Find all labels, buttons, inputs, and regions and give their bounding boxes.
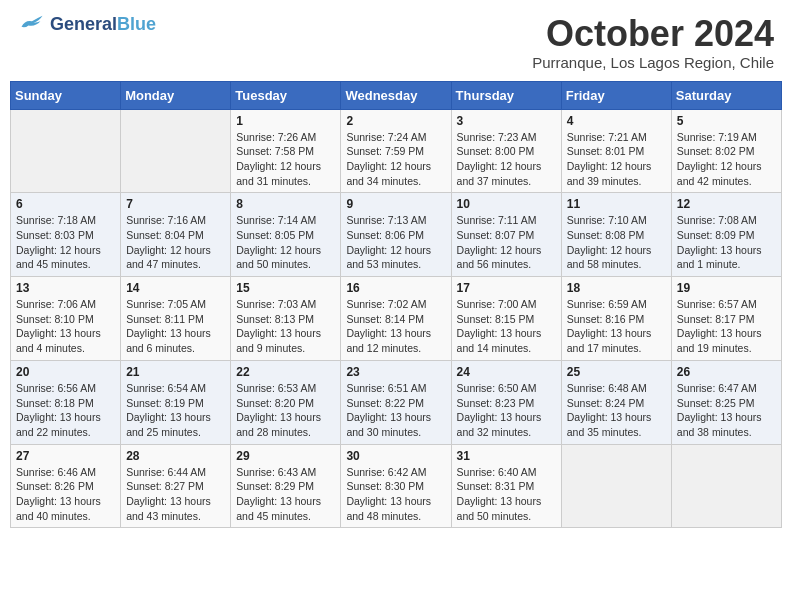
weekday-thursday: Thursday — [451, 81, 561, 109]
day-detail: Sunrise: 6:59 AMSunset: 8:16 PMDaylight:… — [567, 297, 666, 356]
title-area: October 2024 Purranque, Los Lagos Region… — [532, 14, 774, 71]
day-number: 2 — [346, 114, 445, 128]
day-detail: Sunrise: 7:05 AMSunset: 8:11 PMDaylight:… — [126, 297, 225, 356]
day-detail: Sunrise: 7:24 AMSunset: 7:59 PMDaylight:… — [346, 130, 445, 189]
calendar-cell: 31Sunrise: 6:40 AMSunset: 8:31 PMDayligh… — [451, 444, 561, 528]
weekday-monday: Monday — [121, 81, 231, 109]
day-detail: Sunrise: 6:57 AMSunset: 8:17 PMDaylight:… — [677, 297, 776, 356]
calendar-table: SundayMondayTuesdayWednesdayThursdayFrid… — [10, 81, 782, 529]
day-detail: Sunrise: 7:19 AMSunset: 8:02 PMDaylight:… — [677, 130, 776, 189]
day-detail: Sunrise: 7:10 AMSunset: 8:08 PMDaylight:… — [567, 213, 666, 272]
day-detail: Sunrise: 6:56 AMSunset: 8:18 PMDaylight:… — [16, 381, 115, 440]
day-number: 1 — [236, 114, 335, 128]
calendar-cell: 15Sunrise: 7:03 AMSunset: 8:13 PMDayligh… — [231, 277, 341, 361]
calendar-week-4: 20Sunrise: 6:56 AMSunset: 8:18 PMDayligh… — [11, 360, 782, 444]
day-number: 23 — [346, 365, 445, 379]
calendar-week-1: 1Sunrise: 7:26 AMSunset: 7:58 PMDaylight… — [11, 109, 782, 193]
day-detail: Sunrise: 7:26 AMSunset: 7:58 PMDaylight:… — [236, 130, 335, 189]
weekday-saturday: Saturday — [671, 81, 781, 109]
day-number: 26 — [677, 365, 776, 379]
day-detail: Sunrise: 6:44 AMSunset: 8:27 PMDaylight:… — [126, 465, 225, 524]
day-detail: Sunrise: 7:03 AMSunset: 8:13 PMDaylight:… — [236, 297, 335, 356]
calendar-cell: 25Sunrise: 6:48 AMSunset: 8:24 PMDayligh… — [561, 360, 671, 444]
day-detail: Sunrise: 6:48 AMSunset: 8:24 PMDaylight:… — [567, 381, 666, 440]
day-detail: Sunrise: 6:47 AMSunset: 8:25 PMDaylight:… — [677, 381, 776, 440]
calendar-cell: 22Sunrise: 6:53 AMSunset: 8:20 PMDayligh… — [231, 360, 341, 444]
weekday-wednesday: Wednesday — [341, 81, 451, 109]
day-number: 24 — [457, 365, 556, 379]
calendar-cell: 5Sunrise: 7:19 AMSunset: 8:02 PMDaylight… — [671, 109, 781, 193]
weekday-tuesday: Tuesday — [231, 81, 341, 109]
calendar-cell — [671, 444, 781, 528]
day-detail: Sunrise: 6:51 AMSunset: 8:22 PMDaylight:… — [346, 381, 445, 440]
day-detail: Sunrise: 6:42 AMSunset: 8:30 PMDaylight:… — [346, 465, 445, 524]
day-number: 14 — [126, 281, 225, 295]
day-number: 7 — [126, 197, 225, 211]
calendar-cell: 12Sunrise: 7:08 AMSunset: 8:09 PMDayligh… — [671, 193, 781, 277]
day-detail: Sunrise: 6:54 AMSunset: 8:19 PMDaylight:… — [126, 381, 225, 440]
calendar-cell: 30Sunrise: 6:42 AMSunset: 8:30 PMDayligh… — [341, 444, 451, 528]
calendar-cell: 24Sunrise: 6:50 AMSunset: 8:23 PMDayligh… — [451, 360, 561, 444]
day-detail: Sunrise: 7:11 AMSunset: 8:07 PMDaylight:… — [457, 213, 556, 272]
page-header: GeneralBlue October 2024 Purranque, Los … — [10, 10, 782, 75]
day-number: 12 — [677, 197, 776, 211]
calendar-cell: 1Sunrise: 7:26 AMSunset: 7:58 PMDaylight… — [231, 109, 341, 193]
day-number: 9 — [346, 197, 445, 211]
calendar-cell: 29Sunrise: 6:43 AMSunset: 8:29 PMDayligh… — [231, 444, 341, 528]
calendar-cell: 11Sunrise: 7:10 AMSunset: 8:08 PMDayligh… — [561, 193, 671, 277]
day-number: 25 — [567, 365, 666, 379]
calendar-cell: 28Sunrise: 6:44 AMSunset: 8:27 PMDayligh… — [121, 444, 231, 528]
day-number: 3 — [457, 114, 556, 128]
day-number: 5 — [677, 114, 776, 128]
day-number: 11 — [567, 197, 666, 211]
day-detail: Sunrise: 7:21 AMSunset: 8:01 PMDaylight:… — [567, 130, 666, 189]
day-number: 19 — [677, 281, 776, 295]
logo-blue-text: Blue — [117, 14, 156, 34]
calendar-cell: 27Sunrise: 6:46 AMSunset: 8:26 PMDayligh… — [11, 444, 121, 528]
day-detail: Sunrise: 7:14 AMSunset: 8:05 PMDaylight:… — [236, 213, 335, 272]
day-detail: Sunrise: 7:08 AMSunset: 8:09 PMDaylight:… — [677, 213, 776, 272]
day-detail: Sunrise: 6:50 AMSunset: 8:23 PMDaylight:… — [457, 381, 556, 440]
calendar-cell: 20Sunrise: 6:56 AMSunset: 8:18 PMDayligh… — [11, 360, 121, 444]
day-detail: Sunrise: 6:46 AMSunset: 8:26 PMDaylight:… — [16, 465, 115, 524]
calendar-cell — [121, 109, 231, 193]
day-number: 17 — [457, 281, 556, 295]
calendar-week-5: 27Sunrise: 6:46 AMSunset: 8:26 PMDayligh… — [11, 444, 782, 528]
day-number: 4 — [567, 114, 666, 128]
location-subtitle: Purranque, Los Lagos Region, Chile — [532, 54, 774, 71]
day-number: 15 — [236, 281, 335, 295]
calendar-cell: 9Sunrise: 7:13 AMSunset: 8:06 PMDaylight… — [341, 193, 451, 277]
day-detail: Sunrise: 7:06 AMSunset: 8:10 PMDaylight:… — [16, 297, 115, 356]
day-number: 18 — [567, 281, 666, 295]
day-number: 16 — [346, 281, 445, 295]
calendar-cell: 26Sunrise: 6:47 AMSunset: 8:25 PMDayligh… — [671, 360, 781, 444]
logo: GeneralBlue — [18, 14, 156, 35]
day-detail: Sunrise: 7:23 AMSunset: 8:00 PMDaylight:… — [457, 130, 556, 189]
calendar-cell — [11, 109, 121, 193]
calendar-cell: 8Sunrise: 7:14 AMSunset: 8:05 PMDaylight… — [231, 193, 341, 277]
day-detail: Sunrise: 7:18 AMSunset: 8:03 PMDaylight:… — [16, 213, 115, 272]
calendar-cell: 3Sunrise: 7:23 AMSunset: 8:00 PMDaylight… — [451, 109, 561, 193]
day-number: 10 — [457, 197, 556, 211]
day-detail: Sunrise: 6:43 AMSunset: 8:29 PMDaylight:… — [236, 465, 335, 524]
day-detail: Sunrise: 7:02 AMSunset: 8:14 PMDaylight:… — [346, 297, 445, 356]
day-number: 13 — [16, 281, 115, 295]
day-detail: Sunrise: 7:13 AMSunset: 8:06 PMDaylight:… — [346, 213, 445, 272]
month-title: October 2024 — [532, 14, 774, 54]
calendar-week-2: 6Sunrise: 7:18 AMSunset: 8:03 PMDaylight… — [11, 193, 782, 277]
calendar-cell: 19Sunrise: 6:57 AMSunset: 8:17 PMDayligh… — [671, 277, 781, 361]
day-number: 29 — [236, 449, 335, 463]
calendar-cell: 21Sunrise: 6:54 AMSunset: 8:19 PMDayligh… — [121, 360, 231, 444]
calendar-cell: 2Sunrise: 7:24 AMSunset: 7:59 PMDaylight… — [341, 109, 451, 193]
calendar-cell: 7Sunrise: 7:16 AMSunset: 8:04 PMDaylight… — [121, 193, 231, 277]
calendar-cell — [561, 444, 671, 528]
day-number: 22 — [236, 365, 335, 379]
logo-general: General — [50, 14, 117, 34]
calendar-week-3: 13Sunrise: 7:06 AMSunset: 8:10 PMDayligh… — [11, 277, 782, 361]
day-detail: Sunrise: 6:53 AMSunset: 8:20 PMDaylight:… — [236, 381, 335, 440]
calendar-cell: 23Sunrise: 6:51 AMSunset: 8:22 PMDayligh… — [341, 360, 451, 444]
day-number: 21 — [126, 365, 225, 379]
day-number: 28 — [126, 449, 225, 463]
day-number: 6 — [16, 197, 115, 211]
day-number: 8 — [236, 197, 335, 211]
